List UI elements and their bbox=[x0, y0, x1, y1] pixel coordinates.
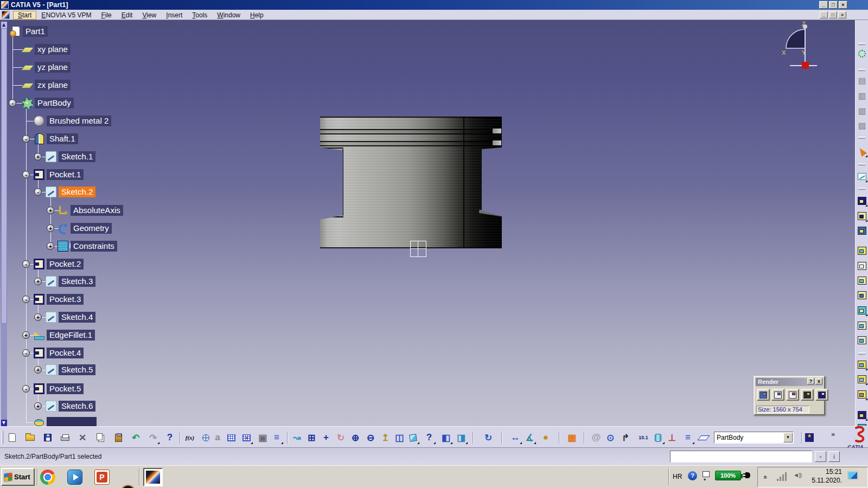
menu-view[interactable]: View bbox=[137, 11, 161, 20]
axis-system-icon[interactable]: ⊥ bbox=[665, 431, 679, 445]
sections-icon[interactable]: ≡ bbox=[681, 431, 695, 445]
copy-icon[interactable] bbox=[93, 431, 107, 445]
flyout-arrow-icon[interactable] bbox=[865, 383, 867, 385]
child-minimize-button[interactable]: _ bbox=[820, 11, 828, 18]
combobox-dropdown-icon[interactable]: ▼ bbox=[783, 433, 793, 442]
pocket-icon[interactable] bbox=[34, 169, 44, 180]
flyout-arrow-icon[interactable] bbox=[520, 442, 522, 444]
measure-item-icon[interactable]: ∡ bbox=[522, 431, 537, 445]
fly-mode-icon[interactable]: ↝ bbox=[290, 431, 304, 445]
viewport-3d[interactable]: Part1xy planeyz planezx plane-PartBodyBr… bbox=[0, 20, 868, 426]
display-tray-icon[interactable] bbox=[847, 471, 858, 480]
flyout-arrow-icon[interactable] bbox=[465, 442, 468, 444]
flyout-arrow-icon[interactable] bbox=[281, 442, 283, 444]
child-close-button[interactable]: × bbox=[838, 11, 846, 18]
redo-icon[interactable]: ↷ bbox=[146, 431, 160, 445]
tree-item-label[interactable]: Pocket.3 bbox=[47, 294, 84, 305]
geometry-icon[interactable] bbox=[58, 223, 68, 234]
toolbar-drag-handle[interactable] bbox=[858, 188, 865, 190]
toolbar-drag-handle[interactable] bbox=[858, 352, 865, 355]
pocket-icon[interactable] bbox=[34, 348, 44, 358]
menu-enovia-v5-vpm[interactable]: ENOVIA V5 VPM bbox=[36, 11, 96, 20]
normal-view-icon[interactable]: ↥ bbox=[378, 431, 392, 445]
measure-icon[interactable]: ↔ bbox=[508, 431, 522, 445]
child-restore-button[interactable]: □ bbox=[829, 11, 837, 18]
plane-icon[interactable] bbox=[22, 82, 33, 93]
status-info-button[interactable]: i bbox=[828, 451, 840, 462]
expand-icon[interactable]: + bbox=[34, 278, 42, 285]
toolbar-drag-handle[interactable] bbox=[2, 431, 3, 444]
render-edit-button[interactable] bbox=[771, 389, 784, 401]
collapse-icon[interactable]: - bbox=[22, 349, 30, 357]
partbody-icon[interactable] bbox=[22, 98, 33, 108]
collapse-icon[interactable]: - bbox=[22, 135, 30, 143]
zoom-in-icon[interactable]: ⊕ bbox=[348, 431, 362, 445]
rib-icon[interactable] bbox=[856, 274, 868, 287]
slot-icon[interactable] bbox=[856, 288, 868, 301]
tree-item-label[interactable]: Brushed metal 2 bbox=[47, 115, 111, 126]
sketch-icon[interactable] bbox=[46, 187, 56, 197]
flyout-arrow-icon[interactable] bbox=[417, 442, 419, 444]
stiffener-icon[interactable] bbox=[856, 319, 868, 332]
plane-icon[interactable] bbox=[697, 431, 711, 445]
undo-icon[interactable]: ↶ bbox=[129, 431, 143, 445]
sketch-icon[interactable] bbox=[46, 151, 56, 162]
quicklaunch-league-of-legends-icon[interactable] bbox=[120, 485, 136, 488]
sketch-icon[interactable] bbox=[46, 312, 56, 323]
render-copy-button[interactable] bbox=[786, 389, 799, 401]
menu-tools[interactable]: Tools bbox=[187, 11, 212, 20]
menu-insert[interactable]: Insert bbox=[161, 11, 187, 20]
menu-start[interactable]: Start bbox=[13, 11, 36, 20]
list-edit-icon[interactable]: ≡ bbox=[270, 431, 284, 445]
paste-special-4-icon[interactable]: ▨ bbox=[856, 119, 868, 132]
collapse-icon[interactable]: - bbox=[9, 99, 16, 107]
battery-indicator[interactable]: 100% bbox=[715, 471, 741, 480]
clock-time[interactable]: 15:21 bbox=[816, 468, 842, 476]
quicklaunch-powerpoint-icon[interactable]: P bbox=[94, 470, 110, 485]
cut-icon[interactable]: ✕ bbox=[75, 431, 90, 445]
tree-item-label[interactable]: Sketch.5 bbox=[59, 364, 95, 375]
part-icon[interactable] bbox=[10, 26, 21, 37]
paste-icon[interactable] bbox=[111, 431, 125, 445]
body-selector-combobox[interactable]: PartBody ▼ bbox=[714, 432, 794, 444]
look-at-icon[interactable]: ? bbox=[422, 431, 436, 445]
flyout-arrow-icon[interactable] bbox=[865, 155, 867, 157]
document-icon[interactable] bbox=[2, 11, 10, 19]
toolbar-drag-handle[interactable] bbox=[858, 163, 865, 165]
flyout-arrow-icon[interactable] bbox=[662, 442, 665, 444]
expand-icon[interactable]: + bbox=[47, 242, 54, 250]
flyout-arrow-icon[interactable] bbox=[865, 398, 867, 400]
tree-item-label[interactable]: yz plane bbox=[35, 62, 71, 73]
open-icon[interactable] bbox=[23, 431, 37, 445]
annotation-icon[interactable]: a bbox=[210, 431, 225, 445]
expand-icon[interactable]: + bbox=[34, 366, 42, 374]
cylinder-icon[interactable] bbox=[651, 431, 665, 445]
analysis-clock-icon[interactable]: ⊙ bbox=[603, 431, 617, 445]
toolbar-overflow-chevron-icon[interactable]: » bbox=[831, 430, 835, 438]
save-icon[interactable] bbox=[41, 431, 55, 445]
flyout-arrow-icon[interactable] bbox=[692, 442, 694, 444]
flyout-arrow-icon[interactable] bbox=[865, 220, 867, 222]
tree-item-label[interactable]: PartBody bbox=[35, 98, 74, 108]
toolbar-drag-handle[interactable] bbox=[858, 43, 865, 45]
flyout-arrow-icon[interactable] bbox=[157, 442, 159, 444]
expand-icon[interactable]: + bbox=[34, 402, 42, 410]
expand-icon[interactable]: + bbox=[34, 153, 42, 160]
flyout-arrow-icon[interactable] bbox=[865, 368, 867, 370]
collapse-icon[interactable]: - bbox=[22, 260, 30, 268]
quicklaunch-media-player-icon[interactable] bbox=[67, 470, 82, 485]
lock-icon[interactable]: ▣ bbox=[256, 431, 270, 445]
new-document-icon[interactable] bbox=[5, 431, 19, 445]
tray-expand-chevron-icon[interactable]: « bbox=[762, 476, 769, 479]
collapse-icon[interactable]: - bbox=[34, 188, 42, 196]
collapse-icon[interactable]: - bbox=[22, 385, 30, 393]
wireframe-icon[interactable]: ◨ bbox=[454, 431, 468, 445]
groove-icon[interactable] bbox=[34, 417, 44, 426]
expand-icon[interactable]: + bbox=[22, 331, 30, 339]
grid-icon[interactable] bbox=[224, 431, 238, 445]
thickness-icon[interactable] bbox=[856, 408, 868, 421]
snap-arrow-icon[interactable]: ↱ bbox=[618, 431, 633, 445]
shaft-icon[interactable] bbox=[34, 133, 44, 144]
generative-knowledge-icon[interactable]: * bbox=[802, 431, 816, 445]
multi-view-icon[interactable]: ◫ bbox=[392, 431, 406, 445]
